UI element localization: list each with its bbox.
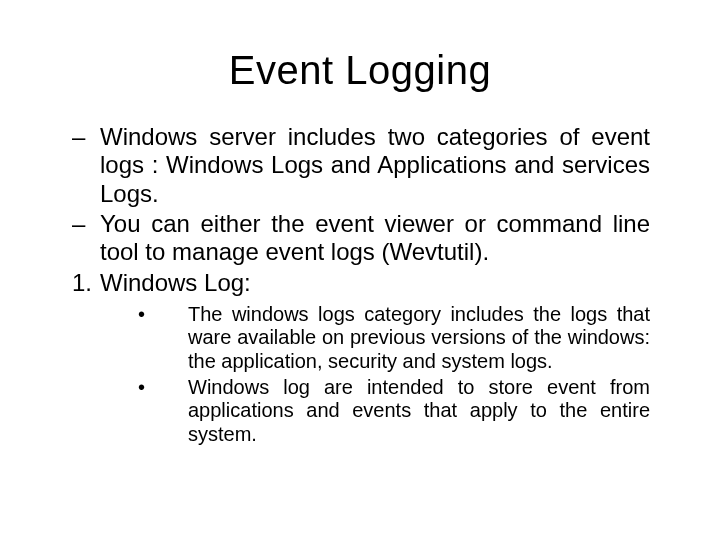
dash-icon: – [70, 123, 100, 208]
bullet-text: Windows server includes two categories o… [100, 123, 650, 208]
slide-body: – Windows server includes two categories… [70, 123, 650, 446]
bullet-item: – Windows server includes two categories… [70, 123, 650, 208]
dot-icon: • [130, 376, 188, 447]
bullet-item: – You can either the event viewer or com… [70, 210, 650, 267]
sub-list: • The windows logs category includes the… [130, 303, 650, 447]
sub-bullet-item: • Windows log are intended to store even… [130, 376, 650, 447]
number-marker: 1. [70, 269, 100, 297]
dash-icon: – [70, 210, 100, 267]
slide: Event Logging – Windows server includes … [0, 0, 720, 540]
sub-bullet-item: • The windows logs category includes the… [130, 303, 650, 374]
slide-title: Event Logging [70, 48, 650, 93]
sub-bullet-text: The windows logs category includes the l… [188, 303, 650, 374]
numbered-text: Windows Log: [100, 269, 650, 297]
bullet-text: You can either the event viewer or comma… [100, 210, 650, 267]
dot-icon: • [130, 303, 188, 374]
numbered-item: 1. Windows Log: [70, 269, 650, 297]
sub-bullet-text: Windows log are intended to store event … [188, 376, 650, 447]
